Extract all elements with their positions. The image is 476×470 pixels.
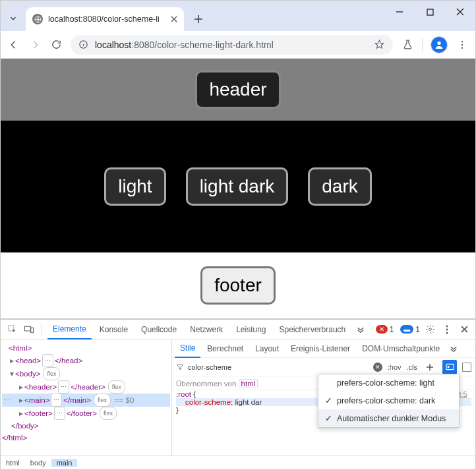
svg-point-15 <box>447 366 449 368</box>
subtab-computed[interactable]: Berechnet <box>202 339 249 358</box>
more-subtabs-icon[interactable] <box>446 341 461 356</box>
computed-toggle-icon[interactable] <box>462 363 471 372</box>
more-tabs-icon[interactable] <box>353 322 368 337</box>
info-icon: ▬ <box>400 325 413 334</box>
subtab-breakpoints[interactable]: DOM-Umschaltpunkte <box>357 339 445 358</box>
svg-point-11 <box>446 325 448 327</box>
svg-point-4 <box>461 41 463 42</box>
crumb-body[interactable]: body <box>25 459 51 467</box>
filter-icon <box>176 363 184 371</box>
browser-toolbar: localhost:8080/color-scheme-light-dark.h… <box>1 31 475 59</box>
chevron-down-icon <box>9 14 18 23</box>
page-header: header <box>1 59 475 121</box>
page-main: light light dark dark <box>1 121 475 252</box>
popup-item-light[interactable]: prefers-color-scheme: light <box>318 374 459 392</box>
svg-rect-9 <box>31 328 34 332</box>
tab-elements[interactable]: Elemente <box>47 320 92 339</box>
close-window-button[interactable] <box>445 1 475 23</box>
hov-toggle[interactable]: :hov <box>388 363 402 371</box>
dom-breadcrumbs[interactable]: html body main <box>1 455 475 469</box>
labs-icon[interactable] <box>401 39 414 50</box>
devtools-panel: Elemente Konsole Quellcode Netzwerk Leis… <box>1 318 475 469</box>
page-footer: footer <box>1 252 475 318</box>
light-dark-button[interactable]: light dark <box>186 167 289 206</box>
browser-titlebar: localhost:8080/color-scheme-li <box>1 1 475 31</box>
info-indicator[interactable]: ▬1 <box>400 325 420 334</box>
light-button[interactable]: light <box>104 167 165 206</box>
tab-search-button[interactable] <box>6 11 20 26</box>
subtab-layout[interactable]: Layout <box>250 339 284 358</box>
close-icon[interactable] <box>171 16 177 22</box>
popup-item-auto-dark[interactable]: ✓Automatischer dunkler Modus <box>318 409 459 427</box>
footer-button[interactable]: footer <box>200 266 276 305</box>
tab-console[interactable]: Konsole <box>94 320 133 339</box>
svg-point-5 <box>461 44 463 45</box>
dark-button[interactable]: dark <box>308 167 371 206</box>
separator <box>422 38 423 52</box>
dom-tree[interactable]: <html> ▸<head>⋯</head> ▾<body>flex ▸<hea… <box>1 339 172 455</box>
address-bar[interactable]: localhost:8080/color-scheme-light-dark.h… <box>71 35 393 55</box>
cls-toggle[interactable]: .cls <box>407 363 418 371</box>
inspect-icon[interactable] <box>5 322 19 337</box>
page-viewport: header light light dark dark footer <box>1 59 475 318</box>
reload-button[interactable] <box>49 39 63 50</box>
new-rule-icon[interactable] <box>423 360 437 374</box>
new-tab-button[interactable] <box>189 10 208 28</box>
url-text: localhost:8080/color-scheme-light-dark.h… <box>95 40 274 50</box>
svg-rect-1 <box>427 9 433 15</box>
subtab-listeners[interactable]: Ereignis-Listener <box>285 339 355 358</box>
forward-button[interactable] <box>28 39 42 51</box>
styles-subtabs: Stile Berechnet Layout Ereignis-Listener… <box>172 339 475 358</box>
clear-filter-icon[interactable]: ✕ <box>373 363 382 372</box>
menu-button[interactable] <box>456 40 469 50</box>
styles-pane: Stile Berechnet Layout Ereignis-Listener… <box>172 339 475 455</box>
popup-item-dark[interactable]: ✓prefers-color-scheme: dark <box>318 392 459 409</box>
filter-input[interactable]: color-scheme ✕ <box>176 363 382 372</box>
error-indicator[interactable]: ✕1 <box>376 325 394 334</box>
tab-network[interactable]: Netzwerk <box>185 320 228 339</box>
svg-point-6 <box>461 47 463 48</box>
svg-point-13 <box>446 332 448 334</box>
profile-avatar[interactable] <box>431 36 448 53</box>
rendering-emulation-icon[interactable] <box>442 360 457 374</box>
bookmark-icon[interactable] <box>374 39 385 50</box>
svg-rect-8 <box>24 326 30 331</box>
device-icon[interactable] <box>22 322 36 337</box>
browser-tab[interactable]: localhost:8080/color-scheme-li <box>26 7 184 31</box>
svg-point-10 <box>429 328 431 331</box>
tab-title: localhost:8080/color-scheme-li <box>48 15 165 24</box>
tab-performance[interactable]: Leistung <box>231 320 271 339</box>
crumb-html[interactable]: html <box>1 459 25 467</box>
error-icon: ✕ <box>376 325 388 334</box>
subtab-styles[interactable]: Stile <box>175 339 200 358</box>
kebab-icon[interactable] <box>440 322 454 337</box>
settings-icon[interactable] <box>423 322 437 337</box>
minimize-button[interactable] <box>384 1 415 23</box>
color-scheme-popup: prefers-color-scheme: light ✓prefers-col… <box>318 374 460 428</box>
separator <box>42 324 42 336</box>
crumb-main[interactable]: main <box>51 459 78 467</box>
site-info-icon[interactable] <box>78 40 88 49</box>
devtools-tabs: Elemente Konsole Quellcode Netzwerk Leis… <box>1 320 475 339</box>
globe-icon <box>32 14 43 24</box>
close-devtools-icon[interactable] <box>457 322 471 337</box>
svg-point-12 <box>446 328 448 330</box>
window-controls <box>384 1 475 23</box>
maximize-button[interactable] <box>415 1 445 23</box>
tab-memory[interactable]: Speicherverbrauch <box>274 320 351 339</box>
back-button[interactable] <box>7 39 20 51</box>
header-button[interactable]: header <box>195 71 280 109</box>
svg-point-3 <box>437 41 440 44</box>
tab-sources[interactable]: Quellcode <box>136 320 182 339</box>
